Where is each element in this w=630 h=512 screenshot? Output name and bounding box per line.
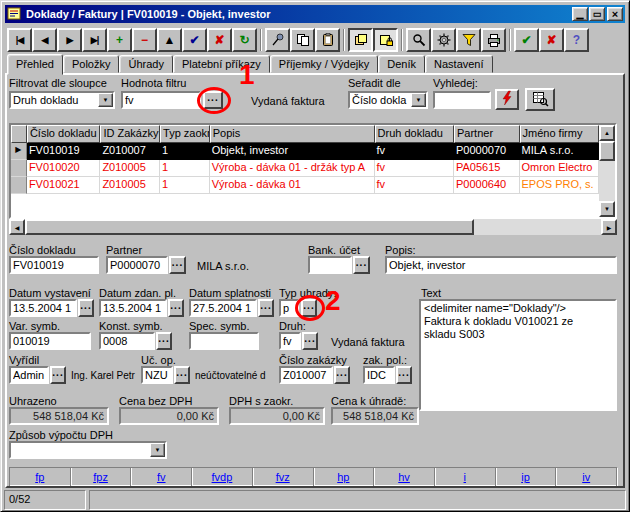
partner-lookup-button[interactable]: ...	[169, 256, 186, 274]
datum-zdan-pl-input[interactable]	[99, 299, 167, 317]
tab-uhrady[interactable]: Úhrady	[119, 55, 172, 73]
horizontal-scroll-thumb[interactable]	[25, 219, 474, 235]
filter-value-input[interactable]	[121, 91, 201, 109]
cislo-zakazky-lookup-button[interactable]: ...	[334, 366, 350, 384]
documents-button[interactable]	[348, 28, 373, 52]
spec-symb-input[interactable]	[189, 332, 259, 350]
datum-splatnosti-picker-button[interactable]: ...	[258, 299, 274, 317]
filter-column-select[interactable]: Druh dokladu ▼	[9, 91, 115, 109]
cislo-zakazky-input[interactable]	[279, 366, 333, 384]
last-record-button[interactable]: ▶|	[82, 28, 107, 52]
post-record-button[interactable]: ✔	[182, 28, 207, 52]
vyridil-lookup-button[interactable]: ...	[50, 366, 66, 384]
tab-prijemky-vydejky[interactable]: Příjemky / Výdejky	[270, 55, 378, 73]
vertical-scroll-thumb[interactable]	[599, 141, 615, 161]
sort-select[interactable]: Číslo dokla ▼	[348, 91, 428, 109]
grid-header-selector[interactable]	[11, 125, 27, 143]
grid-header-typ-zaokr[interactable]: Typ zaokr.	[160, 125, 210, 143]
zak-pol-input[interactable]	[363, 366, 395, 384]
help-button[interactable]: ?	[564, 28, 589, 52]
typ-uhrady-lookup-button[interactable]: ...	[301, 299, 317, 317]
druh-input[interactable]	[279, 332, 301, 350]
add-record-button[interactable]: +	[107, 28, 132, 52]
grid-header-popis[interactable]: Popis	[210, 125, 375, 143]
link-fvz[interactable]: fvz	[276, 471, 290, 483]
tab-platebni-prikazy[interactable]: Platební příkazy	[173, 55, 270, 73]
tab-polozky[interactable]: Položky	[63, 55, 120, 73]
link-hp[interactable]: hp	[337, 471, 349, 483]
konst-symb-input[interactable]	[99, 332, 155, 350]
execute-search-button[interactable]	[495, 89, 519, 110]
vyridil-input[interactable]	[9, 366, 49, 384]
chevron-down-icon[interactable]: ▼	[150, 443, 165, 457]
bank-ucet-input[interactable]	[308, 256, 352, 274]
scroll-right-button[interactable]: ▶	[601, 219, 617, 235]
maximize-button[interactable]: ▭	[589, 7, 605, 21]
partner-label: Partner	[106, 244, 142, 256]
uc-op-lookup-button[interactable]: ...	[174, 366, 190, 384]
popis-input[interactable]	[385, 256, 617, 274]
tab-nastaveni[interactable]: Nastavení	[425, 55, 493, 73]
close-form-button[interactable]: ✘	[539, 28, 564, 52]
link-ip[interactable]: ip	[521, 471, 530, 483]
var-symb-input[interactable]	[9, 332, 91, 350]
scroll-left-button[interactable]: ◀	[9, 219, 25, 235]
refresh-button[interactable]: ↻	[232, 28, 257, 52]
paste-button[interactable]	[315, 28, 340, 52]
datum-vystaveni-picker-button[interactable]: ...	[78, 299, 94, 317]
text-memo[interactable]: <delimiter name="Doklady"/> Faktura k do…	[419, 299, 617, 411]
tab-prehled[interactable]: Přehled	[7, 54, 63, 75]
zak-pol-lookup-button[interactable]: ...	[396, 366, 412, 384]
link-i[interactable]: i	[464, 471, 466, 483]
search-input[interactable]	[433, 91, 491, 109]
druh-lookup-button[interactable]: ...	[302, 332, 318, 350]
tab-denik[interactable]: Deník	[378, 55, 425, 73]
uc-op-input[interactable]	[141, 366, 173, 384]
datum-splatnosti-input[interactable]	[189, 299, 257, 317]
copy-button[interactable]	[290, 28, 315, 52]
prev-record-button[interactable]: ◀	[32, 28, 57, 52]
close-window-button[interactable]: ×	[607, 7, 623, 21]
grid-header-id-zakazky[interactable]: ID Zakázky	[100, 125, 160, 143]
grid-header-partner[interactable]: Partner	[454, 125, 520, 143]
settings-button[interactable]	[431, 28, 456, 52]
scroll-up-button[interactable]: ▲	[599, 125, 615, 141]
edit-record-button[interactable]: ▲	[157, 28, 182, 52]
konst-symb-lookup-button[interactable]: ...	[156, 332, 172, 350]
grid-header-cislo-dokladu[interactable]: Číslo dokladu	[27, 125, 101, 143]
minimize-button[interactable]: ▁	[572, 7, 588, 21]
grid-header-jmeno-firmy[interactable]: Jméno firmy	[520, 125, 599, 143]
partner-input[interactable]	[106, 256, 168, 274]
filter-value-lookup-button[interactable]: ...	[203, 91, 223, 109]
first-record-button[interactable]: |◀	[7, 28, 32, 52]
search-button[interactable]	[406, 28, 431, 52]
link-fvdp[interactable]: fvdp	[212, 471, 233, 483]
cancel-edit-button[interactable]: ✘	[207, 28, 232, 52]
print-button[interactable]	[481, 28, 506, 52]
confirm-button[interactable]: ✔	[514, 28, 539, 52]
datum-zdan-pl-picker-button[interactable]: ...	[168, 299, 184, 317]
table-row[interactable]: ▶ FV010019 Z010007 1 Objekt, investor fv…	[11, 143, 599, 160]
zpusob-vypoctu-dph-select[interactable]: ▼	[9, 441, 167, 459]
link-fpz[interactable]: fpz	[93, 471, 108, 483]
link-hv[interactable]: hv	[398, 471, 410, 483]
link-fp[interactable]: fp	[35, 471, 44, 483]
delete-record-button[interactable]: −	[132, 28, 157, 52]
table-row[interactable]: FV010020 Z010005 1 Výroba - dávka 01 - d…	[11, 160, 599, 177]
datum-vystaveni-input[interactable]	[9, 299, 77, 317]
link-iv[interactable]: iv	[582, 471, 590, 483]
typ-uhrady-input[interactable]	[279, 299, 299, 317]
filter-button[interactable]	[456, 28, 481, 52]
grid-search-button[interactable]	[525, 88, 555, 111]
cislo-dokladu-input[interactable]	[9, 256, 99, 274]
next-record-button[interactable]: ▶	[57, 28, 82, 52]
pin-button[interactable]	[265, 28, 290, 52]
scroll-down-button[interactable]: ▼	[599, 201, 615, 217]
card-index-button[interactable]	[373, 28, 398, 52]
link-fv[interactable]: fv	[157, 471, 166, 483]
chevron-down-icon[interactable]: ▼	[411, 93, 426, 107]
chevron-down-icon[interactable]: ▼	[98, 93, 113, 107]
bank-ucet-lookup-button[interactable]: ...	[353, 256, 370, 274]
grid-header-druh-dokladu[interactable]: Druh dokladu	[375, 125, 454, 143]
table-row[interactable]: FV010021 Z010005 1 Výroba - dávka 01 fv …	[11, 177, 599, 194]
